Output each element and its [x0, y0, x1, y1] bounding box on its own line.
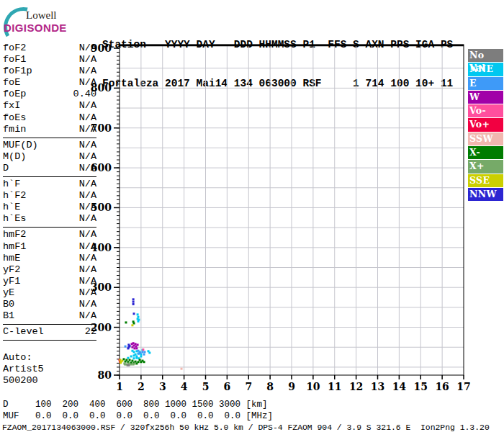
- echo-point: [143, 354, 145, 356]
- echo-point: [131, 346, 133, 348]
- y-axis-tick-label: 800: [91, 82, 112, 94]
- echo-point: [135, 347, 138, 349]
- y-axis-tick-label: 700: [91, 122, 112, 134]
- legend-item-vominus: Vo-: [468, 104, 503, 117]
- y-axis-tick-label: 300: [91, 282, 112, 293]
- x-axis-tick-label: 14: [392, 381, 407, 392]
- legend-item-sse: SSE: [468, 174, 503, 187]
- echo-point: [142, 348, 144, 351]
- echo-point: [137, 350, 139, 352]
- x-axis-tick-label: 17: [456, 381, 470, 392]
- y-axis-tick-label: 900: [91, 42, 112, 54]
- y-axis-tick-label: 400: [91, 242, 112, 253]
- echo-point: [143, 351, 145, 353]
- legend-item-nne: NNE: [468, 63, 503, 76]
- echo-point: [125, 359, 127, 361]
- echo-point: [132, 342, 135, 344]
- legend-item-voplus: Vo+: [468, 118, 503, 131]
- echo-point: [119, 359, 121, 361]
- echo-point: [129, 345, 131, 347]
- y-axis-tick-label: 80: [98, 369, 112, 381]
- echo-point: [120, 361, 122, 364]
- echo-point: [130, 364, 132, 366]
- x-axis-tick-label: 7: [245, 381, 252, 392]
- echo-point: [127, 357, 129, 359]
- echo-point: [137, 361, 139, 363]
- y-axis-tick-label: 600: [91, 162, 112, 174]
- echo-type-legend: No ValNNEEWVo-Vo+SSWX-X+SSENNW: [468, 49, 503, 202]
- echo-point: [131, 360, 133, 362]
- echo-point: [138, 353, 140, 355]
- echo-point: [131, 324, 133, 326]
- legend-item-e: E: [468, 77, 503, 90]
- ionogram-plot: 9008007006005004003002008012345678910111…: [0, 0, 504, 432]
- echo-point: [130, 355, 132, 357]
- echo-point: [132, 301, 135, 303]
- echo-point: [140, 355, 142, 357]
- echo-point: [137, 320, 139, 323]
- echo-point: [133, 347, 135, 349]
- echo-point: [139, 359, 141, 361]
- x-axis-tick-label: 2: [138, 381, 145, 392]
- legend-item-ssw: SSW: [468, 132, 503, 145]
- legend-item-noval: No Val: [468, 49, 503, 62]
- x-axis-tick-label: 11: [328, 381, 341, 392]
- x-axis-tick-label: 3: [159, 381, 166, 392]
- echo-point: [143, 361, 145, 363]
- x-axis-tick-label: 6: [224, 381, 231, 392]
- echo-point: [137, 316, 139, 318]
- x-axis-tick-label: 5: [202, 381, 210, 392]
- muf-row: MUF 0.0 0.0 0.0 0.0 0.0 0.0 0.0 0.0 [MHz…: [3, 411, 273, 421]
- echo-point: [137, 343, 139, 346]
- y-axis-tick-label: 500: [91, 202, 112, 213]
- file-info-row: FZAOM_2017134063000.RSF / 320fx256h 50 k…: [2, 423, 490, 432]
- echo-point: [133, 323, 135, 325]
- legend-item-w: W: [468, 91, 503, 104]
- echo-point: [148, 351, 150, 354]
- echo-point: [137, 313, 139, 315]
- echo-point: [129, 359, 131, 361]
- x-axis-tick-label: 13: [371, 381, 384, 392]
- x-axis-tick-label: 16: [435, 381, 449, 392]
- y-axis-tick-label: 200: [91, 322, 112, 333]
- echo-point: [122, 358, 125, 360]
- echo-point: [133, 357, 135, 359]
- echo-point: [135, 357, 138, 359]
- x-axis-tick-label: 9: [288, 381, 295, 392]
- x-axis-tick-label: 4: [181, 381, 188, 392]
- echo-point: [132, 298, 135, 300]
- echo-point: [181, 368, 183, 370]
- echo-point: [132, 303, 135, 305]
- echo-point: [125, 346, 127, 348]
- x-axis-tick-label: 12: [349, 381, 363, 392]
- echo-point: [135, 343, 137, 345]
- legend-item-xplus: X+: [468, 160, 503, 173]
- echo-point: [125, 321, 127, 323]
- echo-point: [133, 312, 135, 315]
- echo-point: [133, 351, 135, 353]
- x-axis-tick-label: 1: [116, 381, 123, 392]
- echo-point: [133, 362, 135, 364]
- x-axis-tick-label: 8: [266, 381, 274, 392]
- echo-point: [128, 364, 130, 366]
- x-axis-tick-label: 10: [306, 381, 320, 392]
- legend-item-xminus: X-: [468, 146, 503, 159]
- digisonde-ionogram-view: Lowell DIGISONDE Station YYYY DAY DDD HH…: [0, 0, 504, 432]
- echo-point: [135, 361, 137, 363]
- echo-point: [141, 351, 143, 353]
- echo-point: [127, 347, 129, 349]
- echo-point: [133, 354, 135, 356]
- distance-row: D 100 200 400 600 800 1000 1500 3000 [km…: [3, 400, 268, 410]
- x-axis-tick-label: 15: [414, 381, 428, 392]
- legend-item-nnw: NNW: [468, 188, 503, 201]
